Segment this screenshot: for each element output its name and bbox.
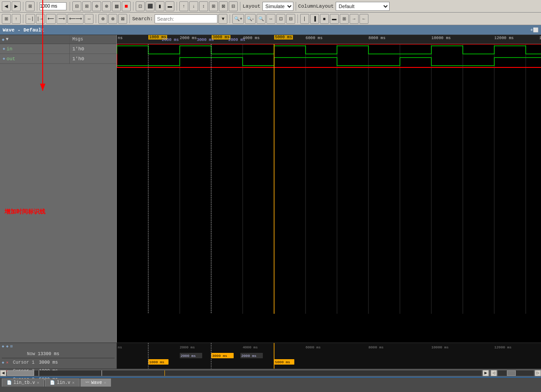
- wave-btn4[interactable]: ▬: [165, 1, 174, 11]
- arrow-up-btn[interactable]: ↑: [179, 1, 188, 11]
- cursor3-timeline-label: 5000 ms: [274, 35, 293, 40]
- tb2-zoom2[interactable]: 🔍-: [245, 14, 255, 24]
- signal-row-out[interactable]: ◆ out 1'h0: [0, 54, 116, 64]
- sim-btn5[interactable]: ▦: [112, 1, 121, 11]
- scrollbar-track[interactable]: [7, 370, 482, 376]
- page-right-btn[interactable]: ▷: [535, 370, 541, 376]
- tab-label-wave: Wave: [91, 380, 102, 385]
- tb2-cur1[interactable]: |: [300, 14, 309, 24]
- tb2-btn4[interactable]: |→: [36, 14, 45, 24]
- tab-lin[interactable]: 📄 lin.v ✕: [45, 379, 79, 387]
- wave-btn7[interactable]: ⊟: [229, 1, 238, 11]
- tb2-cur6[interactable]: →: [350, 14, 359, 24]
- column-layout-select[interactable]: Default: [336, 2, 390, 11]
- tab-wave[interactable]: 〰 Wave ✕: [80, 379, 111, 387]
- sep3: [70, 2, 70, 11]
- sep2: [37, 2, 37, 11]
- tab-close-wave[interactable]: ✕: [104, 380, 106, 385]
- tb2-btn10[interactable]: ⊗: [108, 14, 117, 24]
- tb2-zoom5[interactable]: ⊡: [276, 14, 285, 24]
- tb2-cur7[interactable]: ←: [359, 14, 368, 24]
- forward-button[interactable]: ▶: [12, 1, 21, 11]
- signal-row-in[interactable]: ◆ in 1'h0: [0, 44, 116, 54]
- layout-select[interactable]: Simulate: [262, 2, 293, 11]
- sep4: [133, 2, 133, 11]
- svg-text:2000 ms: 2000 ms: [181, 354, 196, 358]
- column-layout-label: ColumnLayout: [298, 4, 334, 9]
- tb2-cur3[interactable]: ■: [320, 14, 329, 24]
- cursor1-icon: ◆: [2, 360, 4, 365]
- timeline-label-12000: 12000 ms: [494, 36, 514, 40]
- wave-btn3[interactable]: ▮: [155, 1, 164, 11]
- signal-sort-icon: ▼: [6, 37, 9, 42]
- wave-window-title: Wave - Default: [3, 27, 44, 33]
- waveform-area[interactable]: ns 2000 ms 4000 ms 6000 ms 8000 ms 10000…: [117, 35, 541, 343]
- sep9: [96, 14, 96, 23]
- tb2-btn7[interactable]: ⟵⟶: [67, 14, 84, 24]
- tb2-btn9[interactable]: ⊕: [98, 14, 107, 24]
- tab-lin-tb[interactable]: 📄 lin_tb.v ✕: [2, 379, 44, 387]
- tb2-zoom3[interactable]: 🔍: [257, 14, 266, 24]
- toolbar-row1: ◀ ▶ ⊞ ⊟ ⊞ ⊕ ⊗ ▦ ⏹ ⊡ ⬛ ▮ ▬ ↑ ↓ ↕ ⊞ ⊠ ⊟ La…: [0, 0, 541, 13]
- tb2-btn5[interactable]: ⟵: [46, 14, 56, 24]
- tb2-btn6[interactable]: ⟶: [57, 14, 67, 24]
- wave-btn5[interactable]: ⊞: [209, 1, 218, 11]
- status-icon3: ⊞: [10, 344, 13, 349]
- tb2-cur2[interactable]: ▐: [310, 14, 319, 24]
- svg-text:8000 ms: 8000 ms: [368, 345, 384, 349]
- wave-btn6[interactable]: ⊠: [219, 1, 228, 11]
- tb2-btn2[interactable]: ↑: [12, 14, 21, 24]
- tb2-btn8[interactable]: ↔: [84, 14, 93, 24]
- sim-btn6[interactable]: ⏹: [122, 1, 131, 11]
- wave-btn1[interactable]: ⊡: [136, 1, 145, 11]
- signal-name-col-header: ◆ ▼: [0, 35, 70, 44]
- search-go-btn[interactable]: ▼: [218, 14, 227, 24]
- timeline-label-ns: ns: [118, 36, 123, 40]
- tb2-btn3[interactable]: ←|: [26, 14, 35, 24]
- svg-text:6000 ms: 6000 ms: [306, 345, 321, 349]
- signal-value-in: 1'h0: [70, 44, 116, 53]
- tb2-cur4[interactable]: ▬: [330, 14, 339, 24]
- arrow-down-btn[interactable]: ↓: [189, 1, 198, 11]
- sim-btn4[interactable]: ⊗: [102, 1, 111, 11]
- signal-icon-in: ◆: [3, 46, 5, 51]
- grid-button[interactable]: ⊞: [26, 1, 35, 11]
- tb2-btn1[interactable]: ⊞: [2, 14, 11, 24]
- svg-text:2000 ms: 2000 ms: [241, 354, 257, 358]
- sep5: [177, 2, 177, 11]
- search-input[interactable]: [155, 14, 217, 23]
- cursor1-value: 3000 ms: [39, 360, 58, 365]
- tab-close-lin[interactable]: ✕: [72, 380, 74, 385]
- time-display: [40, 2, 67, 10]
- tb2-zoom6[interactable]: ⊟: [286, 14, 295, 24]
- signal-panel: ◆ ▼ Msgs ◆ in 1'h0 ◆ out 1'h0: [0, 35, 117, 343]
- sim-btn3[interactable]: ⊕: [92, 1, 101, 11]
- tb2-cur5[interactable]: ⊞: [340, 14, 349, 24]
- status-icons-row: ◆ ◆ ⊞: [2, 344, 115, 349]
- annotation-text: 增加时间标识线: [4, 208, 45, 216]
- scroll-right-btn[interactable]: ▶: [483, 370, 489, 376]
- svg-text:2000 ms: 2000 ms: [180, 345, 195, 349]
- now-value: 13300 ms: [38, 352, 59, 356]
- tb2-zoom4[interactable]: ↔: [266, 14, 275, 24]
- sim-btn2[interactable]: ⊞: [82, 1, 91, 11]
- page-left-btn[interactable]: ◁: [491, 370, 497, 376]
- wave-btn2[interactable]: ⬛: [146, 1, 155, 11]
- tab-close-lin-tb[interactable]: ✕: [37, 380, 39, 385]
- cursor-btn[interactable]: ↕: [199, 1, 208, 11]
- layout-label: Layout: [243, 4, 261, 9]
- mini-scrollbar-thumb[interactable]: [507, 370, 516, 376]
- scrollbar-thumb[interactable]: [7, 370, 34, 376]
- signal-val-text-out: 1'h0: [72, 56, 84, 62]
- signal-val-text-in: 1'h0: [72, 46, 84, 52]
- sim-btn1[interactable]: ⊟: [72, 1, 81, 11]
- tb2-zoom1[interactable]: 🔍+: [232, 14, 244, 24]
- mini-scrollbar-track[interactable]: [498, 370, 534, 376]
- wave-add-btn[interactable]: +⬜: [530, 27, 538, 32]
- signal-label-out: out: [6, 56, 15, 62]
- wave-header-controls: +⬜: [530, 27, 538, 32]
- back-button[interactable]: ◀: [2, 1, 11, 11]
- tb2-btn11[interactable]: ⊠: [118, 14, 127, 24]
- time-input[interactable]: [40, 2, 67, 10]
- scroll-left-btn[interactable]: ◀: [0, 370, 6, 376]
